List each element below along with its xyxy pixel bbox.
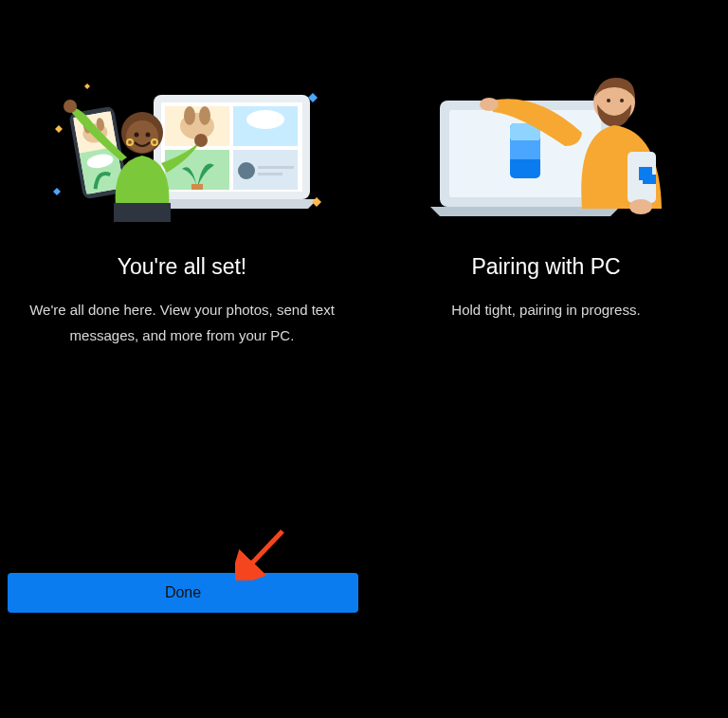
svg-marker-32 (55, 125, 63, 133)
svg-point-11 (238, 162, 255, 179)
all-set-subtitle: We're all done here. View your photos, s… (21, 297, 343, 348)
svg-point-46 (480, 98, 499, 111)
svg-rect-31 (114, 203, 171, 222)
pairing-illustration (404, 66, 688, 228)
all-set-illustration (40, 66, 324, 228)
svg-point-9 (246, 110, 284, 129)
svg-point-30 (194, 134, 208, 147)
svg-rect-13 (258, 173, 282, 175)
svg-rect-12 (258, 166, 294, 169)
svg-point-24 (126, 120, 158, 153)
svg-rect-4 (165, 150, 229, 190)
svg-point-26 (146, 133, 151, 138)
svg-marker-33 (84, 83, 90, 89)
pairing-panel: Pairing with PC Hold tight, pairing in p… (364, 0, 728, 626)
panels-container: You're all set! We're all done here. Vie… (0, 0, 728, 626)
svg-point-29 (64, 100, 77, 113)
done-button[interactable]: Done (8, 573, 358, 613)
pairing-subtitle: Hold tight, pairing in progress. (451, 297, 640, 322)
svg-rect-49 (643, 175, 656, 184)
svg-rect-10 (191, 184, 203, 190)
svg-marker-14 (146, 199, 318, 209)
svg-marker-34 (312, 197, 321, 207)
svg-point-44 (607, 99, 610, 102)
svg-point-50 (629, 199, 652, 214)
svg-point-7 (184, 106, 195, 125)
all-set-panel: You're all set! We're all done here. Vie… (0, 0, 364, 626)
all-set-title: You're all set! (118, 254, 247, 280)
svg-rect-41 (510, 140, 540, 159)
svg-point-8 (199, 106, 210, 125)
svg-marker-36 (53, 188, 61, 195)
pairing-title: Pairing with PC (471, 254, 620, 280)
svg-point-45 (620, 99, 624, 102)
svg-point-25 (135, 133, 139, 138)
